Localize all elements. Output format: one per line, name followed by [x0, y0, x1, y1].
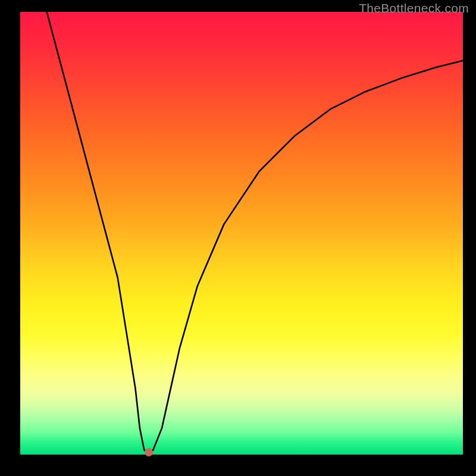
bottleneck-curve	[47, 12, 463, 452]
optimum-marker	[145, 448, 153, 456]
curve-svg	[20, 12, 463, 455]
chart-frame: TheBottleneck.com	[0, 0, 476, 476]
watermark-text: TheBottleneck.com	[359, 1, 469, 15]
plot-area	[20, 12, 463, 455]
